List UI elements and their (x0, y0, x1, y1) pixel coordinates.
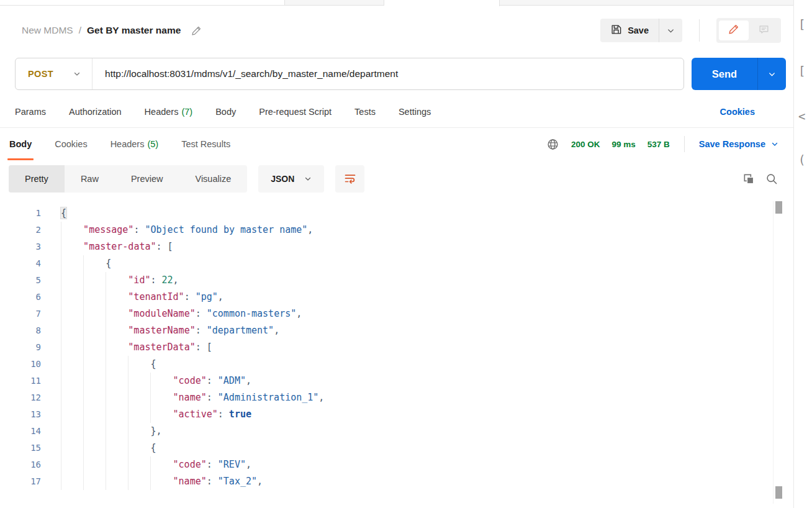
search-button[interactable] (765, 173, 778, 185)
code-line: 15{ (0, 440, 793, 456)
indent-guide (106, 339, 128, 356)
collapse-panel-icon[interactable]: < (798, 109, 805, 123)
response-meta: 200 OK 99 ms 537 B Save Response (546, 128, 778, 160)
tab-body[interactable]: Body (215, 107, 236, 117)
response-tab-headers[interactable]: Headers(5) (110, 128, 160, 160)
tab-authorization[interactable]: Authorization (69, 107, 122, 117)
code-line: 3"master-data": [ (0, 238, 793, 255)
view-tab-raw[interactable]: Raw (65, 165, 115, 193)
code-line: 14}, (0, 423, 793, 440)
status-code[interactable]: 200 OK (571, 140, 600, 149)
mode-toggle-group (716, 18, 781, 43)
json-token-punc: , (307, 224, 313, 235)
breadcrumb-collection[interactable]: New MDMS (22, 25, 73, 36)
save-button[interactable]: Save (600, 19, 659, 42)
help-circle-icon[interactable]: ( (798, 153, 805, 166)
tab-headers[interactable]: Headers(7) (145, 107, 193, 117)
json-token-punc: : (207, 392, 218, 403)
breadcrumb-request-name[interactable]: Get BY master name (87, 25, 181, 36)
method-label: POST (28, 69, 53, 79)
tab-tests[interactable]: Tests (354, 107, 376, 117)
format-select[interactable]: JSON (258, 165, 324, 193)
view-tab-pretty[interactable]: Pretty (9, 165, 65, 193)
pencil-icon (728, 24, 739, 37)
indent-guide (106, 423, 128, 440)
code-line: 1{ (0, 205, 793, 222)
wrap-text-button[interactable] (335, 165, 364, 193)
copy-button[interactable] (742, 173, 755, 185)
code-line: 4{ (0, 255, 793, 272)
tab-settings[interactable]: Settings (399, 107, 431, 117)
response-time[interactable]: 99 ms (611, 140, 635, 149)
code-content: { (41, 440, 156, 456)
tab-strip-active-tab[interactable] (384, 0, 500, 6)
comment-button[interactable] (749, 20, 778, 40)
save-options-caret[interactable] (659, 19, 682, 42)
json-token-punc: : (196, 308, 207, 319)
indent-guide (61, 406, 83, 423)
url-input[interactable] (92, 68, 683, 79)
json-token-punc: { (150, 358, 156, 370)
indent-guide (83, 373, 106, 389)
response-tab-body[interactable]: Body (9, 128, 32, 160)
code-line: 2"message": "Object found by master name… (0, 222, 793, 238)
indent-guide (128, 356, 150, 373)
json-token-punc: , (257, 476, 263, 487)
tab-count: (7) (181, 107, 192, 117)
url-box: POST (15, 58, 684, 90)
json-token-key: "active" (173, 409, 218, 420)
request-tabs: ParamsAuthorizationHeaders(7)BodyPre-req… (15, 107, 431, 117)
scrollbar-thumb[interactable] (775, 486, 782, 499)
response-tab-test-results[interactable]: Test Results (181, 128, 231, 160)
json-token-punc: : (184, 291, 196, 302)
tab-params[interactable]: Params (15, 107, 46, 117)
code-content: "master-data": [ (41, 238, 173, 255)
scrollbar-track[interactable] (773, 201, 783, 504)
network-globe-icon[interactable] (546, 138, 559, 151)
view-tab-preview[interactable]: Preview (115, 165, 179, 193)
chevron-down-icon (768, 70, 776, 78)
method-select[interactable]: POST (16, 58, 92, 89)
code-content: "tenantId": "pg", (41, 289, 223, 306)
send-options-caret[interactable] (757, 58, 786, 90)
tab-label: Body (215, 107, 236, 117)
response-size[interactable]: 537 B (647, 140, 670, 149)
indent-guide (106, 322, 128, 339)
json-token-punc: { (150, 442, 156, 453)
scrollbar-thumb[interactable] (775, 201, 782, 214)
response-tab-cookies[interactable]: Cookies (54, 128, 88, 160)
save-button-label: Save (628, 25, 649, 35)
code-line: 17"name": "Tax_2", (0, 473, 793, 490)
json-token-punc: : (196, 325, 207, 336)
line-number: 6 (0, 289, 41, 306)
indent-guide (128, 406, 150, 423)
tab-pre-request-script[interactable]: Pre-request Script (259, 107, 332, 117)
json-token-str: "department" (207, 325, 274, 336)
json-token-bool: true (229, 409, 251, 420)
indent-guide (150, 473, 173, 490)
tab-label: Body (9, 139, 32, 149)
code-content: "masterData": [ (41, 339, 212, 356)
save-response-button[interactable]: Save Response (699, 139, 778, 149)
json-token-punc: : [ (196, 342, 212, 353)
code-content: "moduleName": "common-masters", (41, 306, 302, 322)
indent-guide (83, 289, 106, 306)
tab-strip-segment (0, 0, 285, 5)
send-button[interactable]: Send (692, 58, 757, 90)
indent-guide (83, 389, 106, 406)
edit-mode-button[interactable] (719, 20, 749, 40)
view-tab-visualize[interactable]: Visualize (179, 165, 247, 193)
indent-guide (61, 423, 83, 440)
sidebar-panel-icon[interactable]: [ (798, 64, 805, 78)
cookies-link[interactable]: Cookies (720, 107, 755, 117)
wrap-text-icon (344, 173, 356, 185)
sidebar-panel-icon[interactable]: [ (798, 17, 805, 31)
indent-guide (106, 440, 128, 456)
line-number: 13 (0, 406, 41, 423)
json-token-key: "name" (173, 476, 207, 487)
tab-label: Headers (145, 107, 179, 117)
json-token-punc: , (296, 308, 302, 319)
breadcrumb: New MDMS / Get BY master name (22, 25, 202, 36)
json-token-key: "code" (173, 375, 207, 386)
edit-name-icon[interactable] (191, 25, 202, 36)
